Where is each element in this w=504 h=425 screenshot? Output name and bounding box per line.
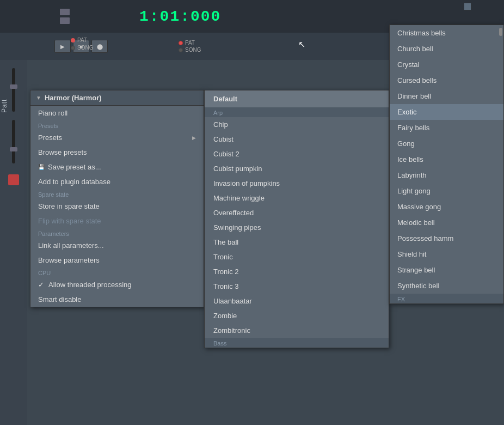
overeffected-item[interactable]: Overeffected (205, 205, 389, 220)
melodic-bell-item[interactable]: Melodic bell (390, 215, 503, 230)
piano-roll-item[interactable]: Piano roll (30, 106, 204, 120)
add-plugin-item[interactable]: Add to plugin database (30, 174, 204, 189)
record-button[interactable]: ⬤ (91, 40, 108, 53)
smart-disable-item[interactable]: Smart disable (30, 292, 204, 307)
crystal-item[interactable]: Crystal (390, 57, 503, 72)
red-button[interactable] (8, 174, 19, 185)
cubist-pumpkin-item[interactable]: Cubist pumpkin (205, 161, 389, 176)
tronic3-item[interactable]: Tronic 3 (205, 279, 389, 294)
bells-submenu: Christmas bells Church bell Crystal Curs… (389, 25, 504, 304)
ulaanbaatar-item[interactable]: Ulaanbaatar (205, 294, 389, 308)
browse-params-item[interactable]: Browse parameters (30, 253, 204, 268)
the-ball-item[interactable]: The ball (205, 235, 389, 250)
default-label: Default (213, 95, 237, 103)
pat-song-labels: PAT SONG (71, 37, 93, 51)
harmor-menu: ▼ Harmor (Harmor) Piano roll Presets Pre… (30, 90, 204, 307)
flip-spare-item: Flip with spare state (30, 214, 204, 228)
tronic-item[interactable]: Tronic (205, 250, 389, 264)
tronic2-item[interactable]: Tronic 2 (205, 264, 389, 279)
light-gong-item[interactable]: Light gong (390, 183, 503, 199)
save-preset-item[interactable]: 💾 Save preset as... (30, 160, 204, 174)
zombitronic-item[interactable]: Zombitronic (205, 323, 389, 338)
left-panel (0, 60, 27, 425)
zombie-item[interactable]: Zombie (205, 308, 389, 323)
gong-item[interactable]: Gong (390, 136, 503, 151)
presets-submenu: Default Arp Chip Cubist Cubist 2 Cubist … (204, 90, 389, 348)
slider-1[interactable] (12, 68, 15, 112)
machine-wriggle-item[interactable]: Machine wriggle (205, 191, 389, 205)
massive-gong-item[interactable]: Massive gong (390, 199, 503, 215)
default-preset-item[interactable]: Default (205, 90, 389, 107)
church-bell-item[interactable]: Church bell (390, 41, 503, 57)
cubist2-item[interactable]: Cubist 2 (205, 147, 389, 161)
shield-hit-item[interactable]: Shield hit (390, 246, 503, 262)
allow-threaded-item[interactable]: Allow threaded processing (30, 277, 204, 292)
cpu-header: CPU (30, 268, 204, 277)
cubist-item[interactable]: Cubist (205, 132, 389, 147)
presets-section-header: Presets (30, 120, 204, 130)
invasion-item[interactable]: Invasion of pumpkins (205, 176, 389, 191)
fx-category-header: FX (390, 294, 503, 303)
fairy-bells-item[interactable]: Fairy bells (390, 120, 503, 136)
labyrinth-item[interactable]: Labyrinth (390, 167, 503, 183)
save-icon: 💾 (38, 164, 45, 170)
synthetic-bell-item[interactable]: Synthetic bell (390, 278, 503, 294)
christmas-bells-item[interactable]: Christmas bells (390, 25, 503, 41)
time-display: 1:01:000 (139, 8, 221, 25)
pat-radio[interactable] (179, 41, 183, 45)
harmor-title: ▼ Harmor (Harmor) (30, 90, 204, 106)
patt-label: Patt (1, 99, 8, 113)
spare-state-header: Spare state (30, 189, 204, 199)
play-button[interactable]: ▶ (54, 40, 71, 53)
chip-item[interactable]: Chip (205, 117, 389, 132)
slider-2[interactable] (12, 120, 15, 163)
swinging-pipes-item[interactable]: Swinging pipes (205, 220, 389, 235)
scrollbar[interactable] (499, 28, 502, 36)
exotic-item[interactable]: Exotic (390, 104, 503, 120)
parameters-header: Parameters (30, 228, 204, 238)
strange-bell-item[interactable]: Strange bell (390, 262, 503, 278)
store-spare-item[interactable]: Store in spare state (30, 199, 204, 214)
possessed-hamm-item[interactable]: Possessed hamm (390, 230, 503, 246)
pat-label: PAT (185, 40, 195, 46)
song-label: SONG (185, 47, 201, 53)
presets-submenu-item[interactable]: Presets (30, 130, 204, 145)
ice-bells-item[interactable]: Ice bells (390, 151, 503, 167)
dinner-bell-item[interactable]: Dinner bell (390, 88, 503, 104)
arp-category-header: Arp (205, 107, 389, 117)
bass-category-header: Bass (205, 338, 389, 348)
link-params-item[interactable]: Link all parameters... (30, 238, 204, 253)
cursed-bells-item[interactable]: Cursed bells (390, 72, 503, 88)
browse-presets-item[interactable]: Browse presets (30, 145, 204, 160)
